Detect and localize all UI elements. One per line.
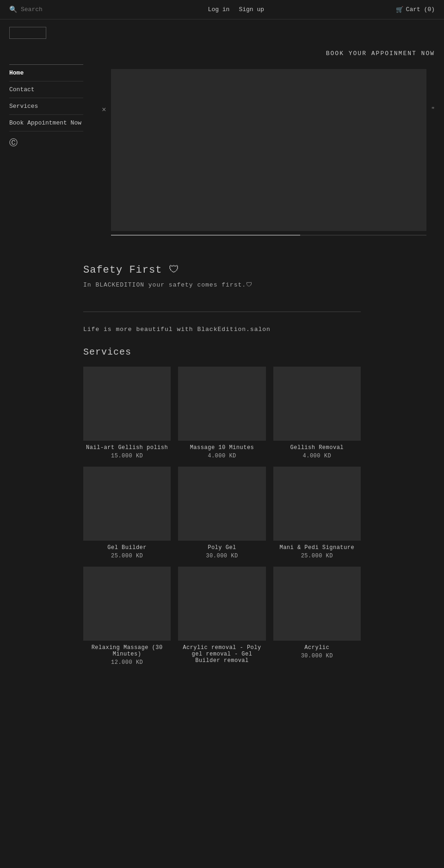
instagram-icon[interactable]: Ⓒ [9, 131, 83, 154]
slider-progress-track [111, 235, 427, 236]
site-header: 🔍 Log in Sign up 🛒 Cart (0) [0, 0, 444, 19]
hero-book-button[interactable]: BOOK YOUR APPOINMENT NOW [0, 46, 444, 64]
service-name-1: Massage 10 Minutes [178, 444, 265, 451]
slider-container: × " [102, 64, 435, 236]
service-image-4 [178, 467, 265, 541]
service-price-1: 4.000 KD [178, 453, 265, 459]
services-section: Services Nail-art Gellish polish 15.000 … [0, 337, 444, 675]
service-price-4: 30.000 KD [178, 553, 265, 559]
cart-area[interactable]: 🛒 Cart (0) [396, 6, 435, 13]
service-image-5 [273, 467, 361, 541]
safety-title: Safety First 🛡 [83, 263, 361, 276]
service-price-8: 30.000 KD [273, 653, 361, 659]
life-tagline: Life is more beautiful with BlackEdition… [0, 321, 444, 337]
logo-box [9, 27, 46, 39]
slider-right-control[interactable]: " [431, 69, 435, 113]
slider-left-control[interactable]: × [102, 69, 106, 114]
service-card-1[interactable]: Massage 10 Minutes 4.000 KD [178, 367, 265, 459]
service-price-0: 15.000 KD [83, 453, 171, 459]
cart-icon: 🛒 [396, 6, 403, 13]
service-price-2: 4.000 KD [273, 453, 361, 459]
safety-section: Safety First 🛡 In BLACKEDITION your safe… [0, 245, 444, 302]
service-name-0: Nail-art Gellish polish [83, 444, 171, 451]
nav-item-contact[interactable]: Contact [9, 81, 83, 98]
search-area: 🔍 [9, 6, 76, 13]
service-card-7[interactable]: Acrylic removal - Poly gel removal - Gel… [178, 567, 265, 666]
service-card-8[interactable]: Acrylic 30.000 KD [273, 567, 361, 666]
slider-image [111, 69, 427, 231]
slider-progress-bar [111, 235, 301, 236]
service-price-3: 25.000 KD [83, 553, 171, 559]
service-card-3[interactable]: Gel Builder 25.000 KD [83, 467, 171, 559]
nav-item-book[interactable]: Book Appointment Now [9, 115, 83, 131]
service-image-2 [273, 367, 361, 441]
service-card-4[interactable]: Poly Gel 30.000 KD [178, 467, 265, 559]
login-link[interactable]: Log in [208, 6, 230, 13]
cart-label: Cart (0) [406, 6, 435, 13]
service-image-7 [178, 567, 265, 641]
service-price-5: 25.000 KD [273, 553, 361, 559]
service-name-7: Acrylic removal - Poly gel removal - Gel… [178, 644, 265, 664]
service-image-3 [83, 467, 171, 541]
nav-item-home[interactable]: Home [9, 65, 83, 81]
service-card-0[interactable]: Nail-art Gellish polish 15.000 KD [83, 367, 171, 459]
service-image-0 [83, 367, 171, 441]
service-card-2[interactable]: Gellish Removal 4.000 KD [273, 367, 361, 459]
service-name-8: Acrylic [273, 644, 361, 651]
services-section-title: Services [83, 347, 361, 357]
header-nav: Log in Sign up [208, 6, 264, 13]
service-card-5[interactable]: Mani & Pedi Signature 25.000 KD [273, 467, 361, 559]
service-image-8 [273, 567, 361, 641]
search-input[interactable] [21, 6, 76, 13]
service-name-6: Relaxing Massage (30 Minutes) [83, 644, 171, 657]
signup-link[interactable]: Sign up [239, 6, 264, 13]
service-name-5: Mani & Pedi Signature [273, 544, 361, 551]
nav-slider-area: Home Contact Services Book Appointment N… [0, 64, 444, 245]
section-divider [83, 312, 361, 312]
nav-item-services[interactable]: Services [9, 98, 83, 115]
search-icon: 🔍 [9, 6, 17, 13]
service-image-6 [83, 567, 171, 641]
services-grid: Nail-art Gellish polish 15.000 KD Massag… [83, 367, 361, 666]
slider-content [111, 69, 427, 236]
service-name-4: Poly Gel [178, 544, 265, 551]
service-card-6[interactable]: Relaxing Massage (30 Minutes) 12.000 KD [83, 567, 171, 666]
side-nav: Home Contact Services Book Appointment N… [9, 64, 83, 236]
service-name-3: Gel Builder [83, 544, 171, 551]
service-image-1 [178, 367, 265, 441]
service-name-2: Gellish Removal [273, 444, 361, 451]
safety-text: In BLACKEDITION your safety comes first.… [83, 281, 361, 288]
logo-bar [0, 19, 444, 46]
service-price-6: 12.000 KD [83, 659, 171, 666]
